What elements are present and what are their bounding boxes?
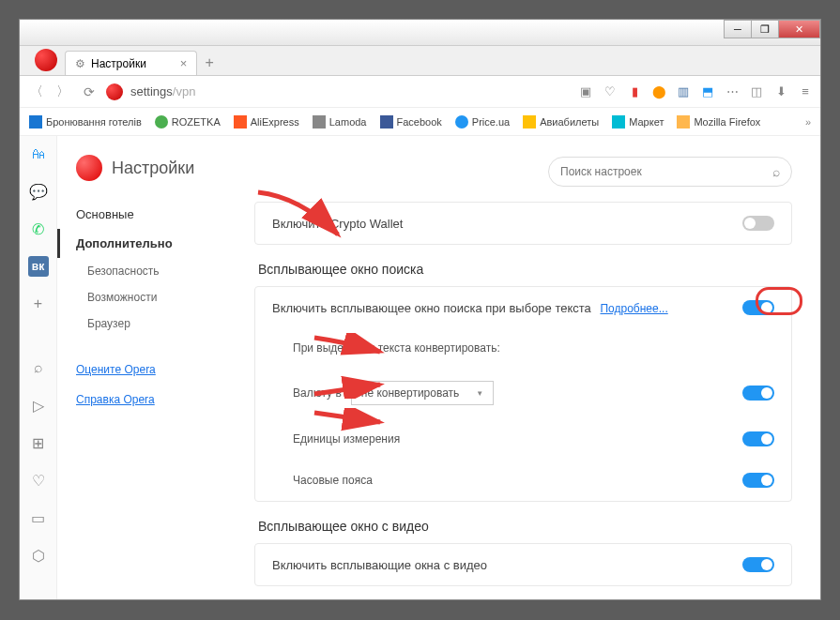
tab-close-icon[interactable]: × xyxy=(180,56,188,70)
apps-icon[interactable]: ⊞ xyxy=(28,432,49,453)
currency-label: Валюту в xyxy=(293,386,342,400)
popup-search-toggle[interactable] xyxy=(742,300,774,315)
video-label: Включить всплывающие окна с видео xyxy=(272,558,487,572)
heart-icon[interactable]: ♡ xyxy=(603,84,618,99)
opera-logo-icon[interactable] xyxy=(35,49,57,71)
currency-dropdown[interactable]: не конвертировать xyxy=(351,381,495,405)
left-sidebar: 🗛 💬 ✆ вк + ⌕ ▷ ⊞ ♡ ▭ ⬡ xyxy=(20,136,57,599)
url-display[interactable]: settings/vpn xyxy=(130,84,195,98)
convert-label: При выделении текста конвертировать: xyxy=(293,341,500,355)
search-glass-icon: ⌕ xyxy=(772,164,780,179)
page-title: Настройки xyxy=(112,159,194,178)
close-button[interactable]: ✕ xyxy=(778,20,820,38)
opera-header-icon xyxy=(76,155,102,181)
ext5-icon[interactable]: ⋯ xyxy=(725,84,740,99)
bookmark-overflow-icon[interactable]: » xyxy=(805,116,811,128)
popup-search-group: Включить всплывающее окно поиска при выб… xyxy=(254,286,792,502)
bookmark-market[interactable]: Маркет xyxy=(612,115,664,129)
units-label: Единицы измерения xyxy=(293,432,400,446)
download-icon[interactable]: ⬇ xyxy=(773,84,788,99)
units-toggle[interactable] xyxy=(742,431,774,446)
crypto-toggle[interactable] xyxy=(742,216,774,231)
bookmark-facebook[interactable]: Facebook xyxy=(380,115,442,129)
timezones-toggle[interactable] xyxy=(742,473,774,488)
cube-icon[interactable]: ⬡ xyxy=(28,545,49,566)
news-icon[interactable]: ▭ xyxy=(28,507,49,528)
popup-search-label: Включить всплывающее окно поиска при выб… xyxy=(272,301,591,315)
bookmark-flights[interactable]: Авиабилеты xyxy=(523,115,599,129)
search-input[interactable] xyxy=(560,165,772,178)
popup-search-section-title: Всплывающее окно поиска xyxy=(258,262,792,277)
content-area: 🗛 💬 ✆ вк + ⌕ ▷ ⊞ ♡ ▭ ⬡ Настройки Основны… xyxy=(20,136,820,599)
window-controls: ─ ❐ ✕ xyxy=(725,20,820,38)
add-icon[interactable]: + xyxy=(28,294,49,314)
address-bar: 〈 〉 ⟳ settings/vpn ▣ ♡ ▮ ⬤ ▥ ⬒ ⋯ ◫ ⬇ ≡ xyxy=(20,76,820,108)
tab-title: Настройки xyxy=(91,57,146,70)
reload-button[interactable]: ⟳ xyxy=(80,83,99,101)
timezones-label: Часовые пояса xyxy=(293,474,373,487)
currency-toggle[interactable] xyxy=(742,386,774,401)
bookmark-lamoda[interactable]: Lamoda xyxy=(313,115,367,129)
bookmark-firefox[interactable]: Mozilla Firefox xyxy=(677,115,760,129)
bookmark-hotels[interactable]: Бронювання готелів xyxy=(29,115,142,129)
bookmark-price[interactable]: Price.ua xyxy=(455,115,510,129)
new-tab-button[interactable]: + xyxy=(197,51,221,75)
nav-basic[interactable]: Основные xyxy=(57,200,254,229)
vpn-icon[interactable]: ▣ xyxy=(578,84,593,99)
ext3-icon[interactable]: ▥ xyxy=(676,84,691,99)
main-panel: Настройки Основные Дополнительно Безопас… xyxy=(57,136,820,599)
settings-content: ⌕ Включить Crypto Wallet Всплывающее окн… xyxy=(254,136,820,599)
menu-icon[interactable]: ≡ xyxy=(798,84,813,99)
opera-small-icon xyxy=(106,83,123,100)
nav-advanced[interactable]: Дополнительно xyxy=(57,229,254,258)
nav-rate-opera[interactable]: Оцените Opera xyxy=(57,357,254,382)
send-icon[interactable]: ▷ xyxy=(28,395,49,416)
learn-more-link[interactable]: Подробнее... xyxy=(600,302,667,315)
back-button[interactable]: 〈 xyxy=(27,83,46,101)
convert-label-row: При выделении текста конвертировать: xyxy=(255,328,791,368)
settings-header: Настройки xyxy=(57,155,254,200)
nav-security[interactable]: Безопасность xyxy=(57,258,254,284)
currency-row: Валюту в не конвертировать xyxy=(255,368,791,418)
favorite-icon[interactable]: ♡ xyxy=(28,470,49,491)
bookmark-aliexpress[interactable]: AliExpress xyxy=(234,115,299,129)
toolbar-icons: ▣ ♡ ▮ ⬤ ▥ ⬒ ⋯ ◫ ⬇ ≡ xyxy=(578,84,813,99)
video-section-title: Всплывающее окно с видео xyxy=(258,519,792,534)
tab-bar: ⚙ Настройки × + xyxy=(20,46,820,76)
maximize-button[interactable]: ❐ xyxy=(751,20,779,38)
ext4-icon[interactable]: ⬒ xyxy=(700,84,715,99)
bookmarks-bar: Бронювання готелів ROZETKA AliExpress La… xyxy=(20,108,820,136)
nav-help-opera[interactable]: Справка Opera xyxy=(57,387,254,412)
settings-search[interactable]: ⌕ xyxy=(548,157,792,187)
whatsapp-icon[interactable]: ✆ xyxy=(28,219,49,239)
forward-button[interactable]: 〉 xyxy=(53,83,72,101)
ext1-icon[interactable]: ▮ xyxy=(627,84,642,99)
search-icon[interactable]: ⌕ xyxy=(28,357,49,378)
timezones-row: Часовые пояса xyxy=(255,460,791,501)
video-popup-row: Включить всплывающие окна с видео xyxy=(254,543,792,586)
bookmark-rozetka[interactable]: ROZETKA xyxy=(155,115,221,129)
minimize-button[interactable]: ─ xyxy=(724,20,752,38)
popup-search-enable-row: Включить всплывающее окно поиска при выб… xyxy=(255,287,791,328)
video-toggle[interactable] xyxy=(742,557,774,572)
units-row: Единицы измерения xyxy=(255,418,791,460)
ext2-icon[interactable]: ⬤ xyxy=(651,84,666,99)
camera-icon[interactable]: ◫ xyxy=(749,84,764,99)
nav-browser[interactable]: Браузер xyxy=(57,310,254,337)
nav-features[interactable]: Возможности xyxy=(57,284,254,310)
vk-icon[interactable]: вк xyxy=(28,256,49,277)
gear-icon: ⚙ xyxy=(75,57,85,70)
crypto-label: Включить Crypto Wallet xyxy=(272,217,403,231)
browser-window: ─ ❐ ✕ ⚙ Настройки × + 〈 〉 ⟳ settings/vpn… xyxy=(19,19,821,600)
settings-nav: Настройки Основные Дополнительно Безопас… xyxy=(57,136,254,599)
messenger-icon[interactable]: 💬 xyxy=(28,181,49,202)
titlebar: ─ ❐ ✕ xyxy=(20,20,820,46)
tab-settings[interactable]: ⚙ Настройки × xyxy=(65,51,197,75)
crypto-wallet-row: Включить Crypto Wallet xyxy=(254,202,792,245)
translate-icon[interactable]: 🗛 xyxy=(28,144,49,164)
